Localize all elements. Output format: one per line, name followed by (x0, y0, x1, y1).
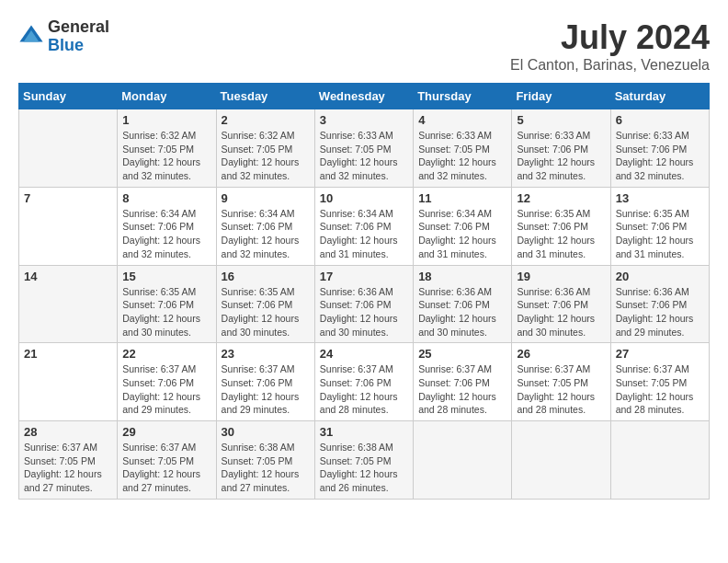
day-info: Sunrise: 6:35 AM Sunset: 7:06 PM Dayligh… (222, 285, 310, 339)
day-number: 6 (616, 113, 704, 127)
calendar-cell (610, 421, 709, 500)
day-info: Sunrise: 6:37 AM Sunset: 7:05 PM Dayligh… (517, 362, 605, 417)
calendar-cell: 15Sunrise: 6:35 AM Sunset: 7:06 PM Dayli… (118, 265, 216, 343)
calendar-cell: 17Sunrise: 6:36 AM Sunset: 7:06 PM Dayli… (314, 265, 413, 343)
day-number: 31 (320, 425, 408, 439)
page-header: General Blue July 2024 El Canton, Barina… (18, 18, 710, 74)
day-number: 9 (222, 191, 310, 205)
calendar-cell: 28Sunrise: 6:37 AM Sunset: 7:05 PM Dayli… (19, 421, 118, 500)
col-header-monday: Monday (118, 84, 216, 109)
day-number: 23 (222, 347, 310, 361)
day-info: Sunrise: 6:34 AM Sunset: 7:06 PM Dayligh… (418, 207, 506, 261)
calendar-cell: 10Sunrise: 6:34 AM Sunset: 7:06 PM Dayli… (314, 187, 413, 265)
calendar-cell: 5Sunrise: 6:33 AM Sunset: 7:06 PM Daylig… (512, 109, 610, 188)
calendar-cell: 26Sunrise: 6:37 AM Sunset: 7:05 PM Dayli… (512, 343, 610, 421)
day-number: 10 (320, 191, 408, 205)
day-info: Sunrise: 6:34 AM Sunset: 7:06 PM Dayligh… (320, 207, 408, 261)
logo: General Blue (18, 18, 109, 55)
day-info: Sunrise: 6:33 AM Sunset: 7:06 PM Dayligh… (616, 129, 704, 183)
logo-text: General Blue (48, 18, 109, 55)
day-number: 3 (320, 113, 408, 127)
day-info: Sunrise: 6:36 AM Sunset: 7:06 PM Dayligh… (418, 285, 506, 339)
location-subtitle: El Canton, Barinas, Venezuela (510, 57, 710, 74)
calendar-cell: 3Sunrise: 6:33 AM Sunset: 7:05 PM Daylig… (314, 109, 413, 188)
day-info: Sunrise: 6:32 AM Sunset: 7:05 PM Dayligh… (122, 129, 210, 183)
day-number: 5 (517, 113, 605, 127)
title-area: July 2024 El Canton, Barinas, Venezuela (510, 18, 710, 74)
day-number: 11 (418, 191, 506, 205)
calendar-cell: 23Sunrise: 6:37 AM Sunset: 7:06 PM Dayli… (216, 343, 314, 421)
logo-icon (18, 24, 44, 50)
day-info: Sunrise: 6:38 AM Sunset: 7:05 PM Dayligh… (222, 441, 310, 495)
day-info: Sunrise: 6:37 AM Sunset: 7:06 PM Dayligh… (320, 362, 408, 417)
day-info: Sunrise: 6:33 AM Sunset: 7:05 PM Dayligh… (320, 129, 408, 183)
day-info: Sunrise: 6:32 AM Sunset: 7:05 PM Dayligh… (222, 129, 310, 183)
calendar-cell: 18Sunrise: 6:36 AM Sunset: 7:06 PM Dayli… (414, 265, 512, 343)
day-info: Sunrise: 6:35 AM Sunset: 7:06 PM Dayligh… (616, 207, 704, 261)
col-header-thursday: Thursday (414, 84, 512, 109)
day-number: 14 (24, 270, 112, 283)
day-number: 27 (616, 347, 704, 361)
calendar-cell: 29Sunrise: 6:37 AM Sunset: 7:05 PM Dayli… (118, 421, 216, 500)
day-info: Sunrise: 6:36 AM Sunset: 7:06 PM Dayligh… (320, 285, 408, 339)
calendar-cell: 9Sunrise: 6:34 AM Sunset: 7:06 PM Daylig… (216, 187, 314, 265)
logo-blue-text: Blue (48, 37, 109, 55)
calendar-week-row: 2122Sunrise: 6:37 AM Sunset: 7:06 PM Day… (19, 343, 710, 421)
calendar-cell (19, 109, 118, 188)
day-info: Sunrise: 6:37 AM Sunset: 7:05 PM Dayligh… (616, 362, 704, 417)
calendar-cell (414, 421, 512, 500)
day-number: 30 (222, 425, 310, 439)
calendar-cell: 12Sunrise: 6:35 AM Sunset: 7:06 PM Dayli… (512, 187, 610, 265)
calendar-table: SundayMondayTuesdayWednesdayThursdayFrid… (18, 83, 710, 500)
calendar-cell: 31Sunrise: 6:38 AM Sunset: 7:05 PM Dayli… (314, 421, 413, 500)
calendar-cell: 13Sunrise: 6:35 AM Sunset: 7:06 PM Dayli… (610, 187, 709, 265)
calendar-week-row: 28Sunrise: 6:37 AM Sunset: 7:05 PM Dayli… (19, 421, 710, 500)
logo-general-text: General (48, 18, 109, 37)
day-number: 18 (418, 270, 506, 283)
day-number: 15 (122, 270, 210, 283)
calendar-cell: 27Sunrise: 6:37 AM Sunset: 7:05 PM Dayli… (610, 343, 709, 421)
calendar-cell: 16Sunrise: 6:35 AM Sunset: 7:06 PM Dayli… (216, 265, 314, 343)
calendar-week-row: 1415Sunrise: 6:35 AM Sunset: 7:06 PM Day… (19, 265, 710, 343)
day-info: Sunrise: 6:33 AM Sunset: 7:06 PM Dayligh… (517, 129, 605, 183)
calendar-cell: 11Sunrise: 6:34 AM Sunset: 7:06 PM Dayli… (414, 187, 512, 265)
calendar-cell: 8Sunrise: 6:34 AM Sunset: 7:06 PM Daylig… (118, 187, 216, 265)
calendar-cell: 7 (19, 187, 118, 265)
calendar-cell: 2Sunrise: 6:32 AM Sunset: 7:05 PM Daylig… (216, 109, 314, 188)
calendar-week-row: 78Sunrise: 6:34 AM Sunset: 7:06 PM Dayli… (19, 187, 710, 265)
day-number: 1 (122, 113, 210, 127)
calendar-header-row: SundayMondayTuesdayWednesdayThursdayFrid… (19, 84, 710, 109)
day-number: 24 (320, 347, 408, 361)
calendar-cell: 20Sunrise: 6:36 AM Sunset: 7:06 PM Dayli… (610, 265, 709, 343)
calendar-cell: 14 (19, 265, 118, 343)
day-number: 12 (517, 191, 605, 205)
day-number: 22 (122, 347, 210, 361)
calendar-cell: 21 (19, 343, 118, 421)
day-number: 13 (616, 191, 704, 205)
day-number: 21 (24, 347, 112, 361)
calendar-cell (512, 421, 610, 500)
day-info: Sunrise: 6:38 AM Sunset: 7:05 PM Dayligh… (320, 441, 408, 495)
col-header-sunday: Sunday (19, 84, 118, 109)
day-info: Sunrise: 6:36 AM Sunset: 7:06 PM Dayligh… (517, 285, 605, 339)
day-number: 17 (320, 270, 408, 283)
day-number: 2 (222, 113, 310, 127)
day-number: 25 (418, 347, 506, 361)
day-number: 16 (222, 270, 310, 283)
day-number: 19 (517, 270, 605, 283)
day-number: 28 (24, 425, 112, 439)
calendar-cell: 24Sunrise: 6:37 AM Sunset: 7:06 PM Dayli… (314, 343, 413, 421)
month-year-title: July 2024 (510, 18, 710, 57)
col-header-tuesday: Tuesday (216, 84, 314, 109)
col-header-wednesday: Wednesday (314, 84, 413, 109)
day-info: Sunrise: 6:34 AM Sunset: 7:06 PM Dayligh… (222, 207, 310, 261)
day-number: 29 (122, 425, 210, 439)
day-info: Sunrise: 6:35 AM Sunset: 7:06 PM Dayligh… (122, 285, 210, 339)
calendar-cell: 22Sunrise: 6:37 AM Sunset: 7:06 PM Dayli… (118, 343, 216, 421)
calendar-cell: 30Sunrise: 6:38 AM Sunset: 7:05 PM Dayli… (216, 421, 314, 500)
day-info: Sunrise: 6:37 AM Sunset: 7:06 PM Dayligh… (418, 362, 506, 417)
day-number: 7 (24, 191, 112, 205)
col-header-friday: Friday (512, 84, 610, 109)
day-info: Sunrise: 6:35 AM Sunset: 7:06 PM Dayligh… (517, 207, 605, 261)
day-number: 20 (616, 270, 704, 283)
